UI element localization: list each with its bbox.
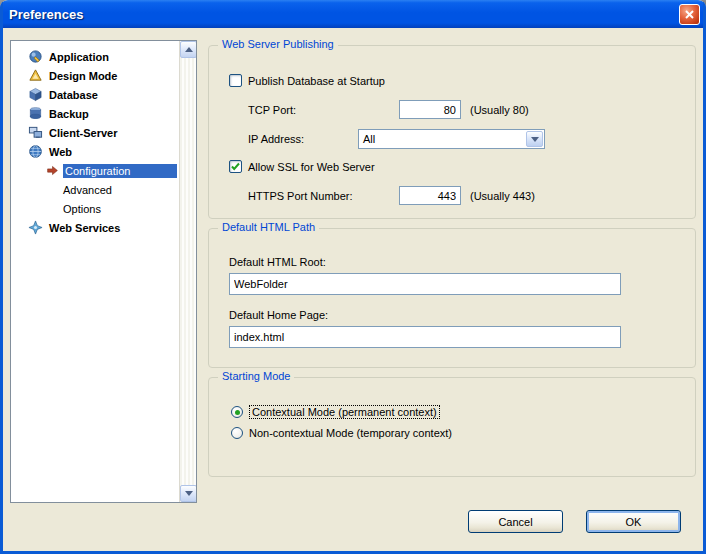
sidebar-item-advanced[interactable]: Advanced (11, 180, 177, 199)
ip-address-dropdown[interactable]: All (358, 129, 545, 149)
title-bar[interactable]: Preferences (0, 0, 706, 28)
contextual-mode-radio[interactable]: Contextual Mode (permanent context) (231, 405, 440, 419)
chevron-down-icon (531, 137, 539, 142)
html-root-input[interactable] (229, 273, 621, 295)
client-server-icon (27, 125, 43, 141)
home-page-label: Default Home Page: (229, 309, 328, 321)
tcp-port-input[interactable] (399, 100, 461, 119)
non-contextual-mode-radio[interactable]: Non-contextual Mode (temporary context) (231, 427, 452, 439)
sidebar-item-client-server[interactable]: Client-Server (11, 123, 177, 142)
group-title: Starting Mode (218, 370, 294, 382)
preferences-window: Preferences Application (0, 0, 706, 554)
group-title: Web Server Publishing (218, 38, 338, 50)
design-mode-icon (27, 68, 43, 84)
https-port-label: HTTPS Port Number: (248, 190, 353, 202)
publish-at-startup-label: Publish Database at Startup (248, 75, 385, 87)
application-icon (27, 49, 43, 65)
publish-at-startup-checkbox[interactable]: Publish Database at Startup (229, 74, 385, 87)
radio-selected-icon[interactable] (231, 406, 243, 418)
sidebar-item-application[interactable]: Application (11, 47, 177, 66)
group-title: Default HTML Path (218, 221, 319, 233)
sidebar-item-web-services[interactable]: Web Services (11, 218, 177, 237)
web-globe-icon (27, 144, 43, 160)
window-title: Preferences (0, 7, 83, 22)
dropdown-arrow-button[interactable] (526, 131, 543, 147)
arrow-up-icon (185, 47, 193, 52)
ip-address-label: IP Address: (248, 133, 304, 145)
https-port-input[interactable] (399, 186, 461, 205)
sidebar-item-design-mode[interactable]: Design Mode (11, 66, 177, 85)
html-root-label: Default HTML Root: (229, 256, 326, 268)
sidebar-item-options[interactable]: Options (11, 199, 177, 218)
radio-unselected-icon[interactable] (231, 427, 243, 439)
https-port-hint: (Usually 443) (470, 190, 535, 202)
group-default-html-path: Default HTML Path Default HTML Root: Def… (208, 228, 696, 368)
tcp-port-hint: (Usually 80) (470, 104, 529, 116)
non-contextual-mode-label: Non-contextual Mode (temporary context) (249, 427, 452, 439)
home-page-input[interactable] (229, 326, 621, 348)
arrow-down-icon (185, 491, 193, 496)
sidebar-item-web[interactable]: Web (11, 142, 177, 161)
group-web-server-publishing: Web Server Publishing Publish Database a… (208, 45, 696, 219)
contextual-mode-label: Contextual Mode (permanent context) (249, 405, 440, 419)
checkbox-checked-icon[interactable] (229, 160, 242, 173)
backup-icon (27, 106, 43, 122)
tree-scrollbar[interactable] (179, 41, 196, 502)
category-tree: Application Design Mode Database (10, 40, 197, 503)
allow-ssl-label: Allow SSL for Web Server (248, 161, 375, 173)
scroll-down-button[interactable] (180, 485, 197, 502)
tcp-port-label: TCP Port: (248, 104, 296, 116)
red-arrow-icon (44, 163, 60, 179)
web-services-icon (27, 220, 43, 236)
checkbox-unchecked-icon[interactable] (229, 74, 242, 87)
sidebar-item-database[interactable]: Database (11, 85, 177, 104)
sidebar-item-configuration[interactable]: Configuration (11, 161, 177, 180)
sidebar-item-backup[interactable]: Backup (11, 104, 177, 123)
cancel-button[interactable]: Cancel (468, 510, 563, 533)
database-icon (27, 87, 43, 103)
close-button[interactable] (679, 4, 700, 25)
close-icon (684, 9, 695, 20)
ip-address-value: All (359, 133, 544, 145)
allow-ssl-checkbox[interactable]: Allow SSL for Web Server (229, 160, 375, 173)
ok-button[interactable]: OK (586, 510, 681, 533)
scroll-up-button[interactable] (180, 41, 197, 58)
group-starting-mode: Starting Mode Contextual Mode (permanent… (208, 377, 696, 477)
